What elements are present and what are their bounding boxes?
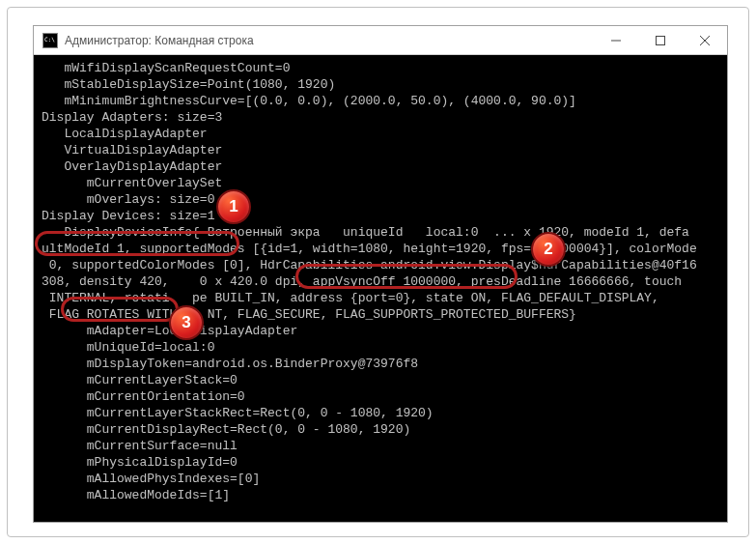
console-line: mCurrentLayerStackRect=Rect(0, 0 - 1080,…	[42, 405, 725, 421]
console-line: 308, density 420, 0 x 420.0 dpi, appVsyn…	[42, 273, 725, 290]
console-line: mMinimumBrightnessCurve=[(0.0, 0.0), (20…	[42, 93, 725, 109]
console-line: INTERNAL, rotati pe BUILT_IN, address {p…	[42, 290, 725, 306]
cmd-window: Администратор: Командная строка mWifiDis…	[33, 25, 728, 523]
console-line: mCurrentOrientation=0	[42, 388, 725, 405]
maximize-button[interactable]	[638, 26, 683, 55]
console-line: mOverlays: size=0	[42, 191, 725, 208]
console-line: ultModeId 1, supportedModes [{id=1, widt…	[42, 241, 725, 257]
console-line: mStableDisplaySize=Point(1080, 1920)	[42, 76, 725, 93]
console-line: FLAG_ROTATES_WITH_ NT, FLAG_SECURE, FLAG…	[42, 306, 725, 323]
console-line: mAllowedPhysIndexes=[0]	[42, 471, 725, 487]
console-line: mDisplayToken=android.os.BinderProxy@739…	[42, 356, 725, 372]
console-line: mUniqueId=local:0	[42, 339, 725, 356]
console-line: mAllowedModeIds=[1]	[42, 487, 725, 503]
console-output: mWifiDisplayScanRequestCount=0 mStableDi…	[34, 55, 727, 522]
minimize-button[interactable]	[594, 26, 638, 55]
close-button[interactable]	[683, 26, 727, 55]
console-line: mWifiDisplayScanRequestCount=0	[42, 60, 725, 76]
console-line: mCurrentSurface=null	[42, 438, 725, 454]
window-title: Администратор: Командная строка	[65, 34, 594, 47]
console-line: 0, supportedColorModes [0], HdrCapabilit…	[42, 257, 725, 273]
cmd-icon	[42, 33, 58, 48]
console-line: mPhysicalDisplayId=0	[42, 454, 725, 471]
title-bar: Администратор: Командная строка	[34, 26, 727, 55]
console-line: mCurrentDisplayRect=Rect(0, 0 - 1080, 19…	[42, 421, 725, 438]
console-line: mCurrentOverlaySet	[42, 175, 725, 191]
console-line: mCurrentLayerStack=0	[42, 372, 725, 388]
console-line: DisplayDeviceInfo{ Встроенный экра uniqu…	[42, 224, 725, 241]
console-line: Display Adapters: size=3	[42, 109, 725, 126]
console-line: OverlayDisplayAdapter	[42, 158, 725, 175]
console-line: LocalDisplayAdapter	[42, 126, 725, 142]
console-line: mAdapter=LocalDisplayAdapter	[42, 323, 725, 339]
console-line: Display Devices: size=1	[42, 208, 725, 224]
console-line: VirtualDisplayAdapter	[42, 142, 725, 158]
svg-rect-1	[657, 36, 665, 44]
